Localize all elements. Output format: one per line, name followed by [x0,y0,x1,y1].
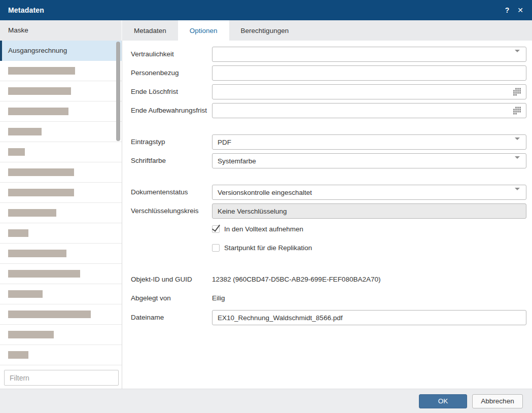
cancel-button[interactable]: Abbrechen [472,394,523,408]
scrollbar-thumb[interactable] [116,42,120,141]
redacted-text-bar [8,67,75,75]
mask-item-redacted[interactable] [0,244,122,264]
ende-loeschfrist-field[interactable] [212,84,526,99]
redacted-text-bar [8,168,74,176]
redacted-text-bar [8,351,28,359]
ende-aufbewahrungsfrist-field[interactable] [212,103,526,118]
redacted-text-bar [8,189,74,196]
dropdown-arrow-icon[interactable] [515,159,520,166]
dokumentenstatus-field[interactable]: Versionskontrolle eingeschaltet [212,185,526,200]
dateiname-label: Dateiname [131,310,164,325]
mask-item-redacted[interactable] [0,142,122,162]
mask-item-redacted[interactable] [0,304,122,325]
calendar-dot [517,113,519,115]
mask-item-redacted[interactable] [0,81,122,101]
calendar-dot [515,107,517,109]
mask-item-redacted[interactable] [0,183,122,203]
calendar-dot [515,113,517,115]
vertraulichkeit-label: Vertraulichkeit [131,47,174,62]
redacted-text-bar [8,290,43,298]
calendar-dot [519,90,521,92]
mask-item-redacted[interactable] [0,325,122,345]
dropdown-arrow-triangle [515,188,520,198]
calendar-dot [517,92,519,94]
mask-list: Ausgangsrechnung [0,41,122,365]
mask-item-redacted[interactable] [0,264,122,284]
calendar-dot [513,90,515,92]
calendar-dot [519,107,521,109]
dropdown-arrow-triangle [515,50,520,60]
window-title: Metadaten [8,6,44,14]
redacted-text-bar [8,148,25,156]
calendar-dot [519,111,521,113]
personenbezug-input[interactable] [212,65,526,81]
calendar-dot [513,94,515,96]
dropdown-arrow-triangle [515,137,520,148]
calendar-dot [517,88,519,90]
mask-item-redacted[interactable] [0,61,122,81]
calendar-dot [513,109,515,111]
eintragstyp-value: PDF [218,139,231,146]
mask-item-redacted[interactable] [0,345,122,365]
eintragstyp-field[interactable]: PDF [212,134,526,150]
vertraulichkeit-field[interactable] [212,47,526,62]
dropdown-arrow-icon[interactable] [515,190,520,198]
ende-loeschfrist-label: Ende Löschfrist [131,84,178,99]
redacted-text-bar [8,229,28,237]
calendar-dot [513,92,515,94]
replikation-checkbox-label: Startpunkt für die Replikation [224,244,312,252]
help-icon[interactable]: ? [501,0,514,20]
calendar-dot [513,107,515,109]
calendar-dot [513,111,515,113]
mask-item-selected[interactable]: Ausgangsrechnung [0,41,122,61]
mask-item-redacted[interactable] [0,162,122,183]
tab-optionen[interactable]: Optionen [178,20,229,41]
calendar-dot [519,109,521,111]
calendar-dot [515,92,517,94]
mask-item-redacted[interactable] [0,203,122,223]
redacted-text-bar [8,270,80,278]
dropdown-arrow-icon[interactable] [515,140,520,148]
dateiname-input[interactable] [212,310,526,325]
filter-input[interactable] [4,370,119,386]
mask-item-label: Ausgangsrechnung [2,41,122,61]
calendar-dot [517,107,519,109]
calendar-dot [515,109,517,111]
redacted-text-bar [8,209,56,217]
schriftfarbe-field[interactable]: Systemfarbe [212,153,526,168]
dropdown-arrow-triangle [515,156,520,166]
mask-item-redacted[interactable] [0,223,122,244]
calendar-picker-icon[interactable] [513,107,521,115]
calendar-dot [515,94,517,96]
mask-item-redacted[interactable] [0,101,122,122]
mask-item-redacted[interactable] [0,122,122,142]
tab-berechtigungen[interactable]: Berechtigungen [229,20,301,41]
abgelegt-von-value: Eilig [212,293,225,303]
schriftfarbe-label: Schriftfarbe [131,153,166,168]
options-form: VertraulichkeitPersonenbezugEnde Löschfr… [123,41,532,389]
calendar-dot [515,88,517,90]
calendar-dot [519,92,521,94]
calendar-dot [515,111,517,113]
objekt-id-und-guid-value: 12382 (960CBD47-D5BC-AB29-699E-FEF080BA2… [212,274,380,285]
calendar-picker-icon[interactable] [513,88,521,96]
redacted-text-bar [8,128,42,135]
abgelegt-von-label: Abgelegt von [131,293,171,303]
ende-aufbewahrungsfrist-label: Ende Aufbewahrungsfrist [131,103,207,118]
replikation-checkbox[interactable]: Startpunkt für die Replikation [212,244,312,252]
mask-list-header: Maske [0,20,122,41]
checkbox-unchecked-icon[interactable] [212,244,220,252]
dropdown-arrow-icon[interactable] [515,52,520,60]
dokumentenstatus-value: Versionskontrolle eingeschaltet [218,189,312,196]
checkbox-checked-icon[interactable] [212,225,220,233]
mask-item-redacted[interactable] [0,284,122,304]
ok-button[interactable]: OK [419,394,467,408]
mask-list-panel: Ausgangsrechnung [0,41,122,389]
volltext-checkbox[interactable]: In den Volltext aufnehmen [212,225,303,233]
close-icon[interactable]: ✕ [514,0,527,20]
verschluesselungskreis-label: Verschlüsselungskreis [131,203,199,219]
calendar-dot [517,94,519,96]
verschluesselungskreis-value: Keine Verschlüsselung [218,208,287,215]
dokumentenstatus-label: Dokumentenstatus [131,185,188,200]
tab-metadaten[interactable]: Metadaten [122,20,178,41]
